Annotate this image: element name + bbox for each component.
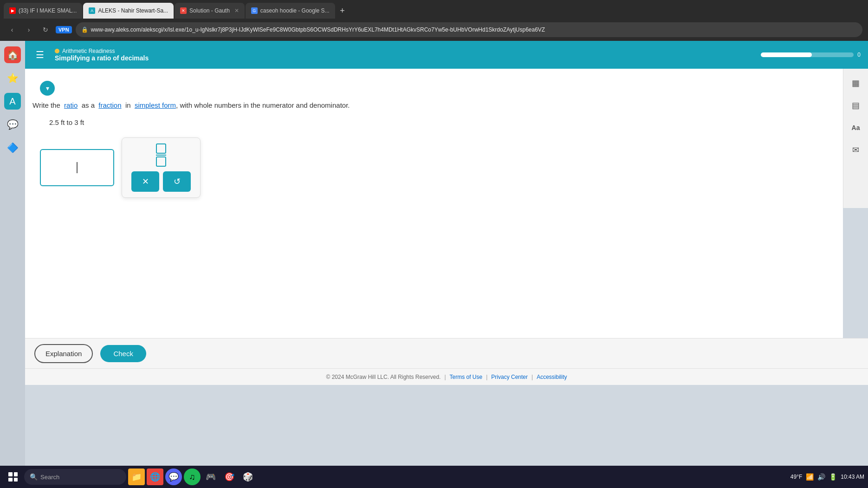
taskbar-search[interactable]: 🔍 Search [24, 469, 126, 485]
text-cursor [77, 162, 78, 173]
header-title-section: Arithmetic Readiness Simplifying a ratio… [55, 48, 149, 62]
dock-star-icon[interactable]: ⭐ [4, 70, 21, 86]
tab-favicon-google: G [251, 7, 258, 14]
taskbar-app-files[interactable]: 📁 [128, 468, 145, 485]
mail-tool-button[interactable]: ✉ [847, 141, 865, 159]
start-grid-icon [8, 472, 18, 481]
tab-label-gauth: Solution - Gauth [189, 7, 230, 14]
collapse-button[interactable]: ▾ [40, 81, 55, 96]
explanation-button[interactable]: Explanation [34, 344, 93, 363]
forward-button[interactable]: › [22, 23, 35, 36]
taskbar-right: 49°F 📶 🔊 🔋 10:43 AM [790, 473, 864, 481]
ratio-link[interactable]: ratio [64, 101, 78, 109]
question-text: Write the ratio as a fraction in simples… [32, 100, 815, 111]
network-icon: 📶 [806, 473, 814, 481]
progress-count: 0 [857, 52, 861, 58]
reset-button[interactable]: ↺ [163, 171, 191, 192]
address-text: www-awy.aleks.com/alekscgi/x/Isl.exe/1o_… [91, 26, 545, 33]
dock-aleks-icon[interactable]: A [4, 93, 21, 110]
header-topic: Simplifying a ratio of decimals [55, 54, 149, 62]
progress-fill [761, 52, 812, 57]
footer-separator-1: | [444, 374, 446, 380]
footer-separator-2: | [486, 374, 487, 380]
search-placeholder: Search [40, 474, 59, 481]
subject-dot [55, 49, 59, 53]
battery-icon: 🔋 [829, 473, 837, 481]
copyright-text: © 2024 McGraw Hill LLC. All Rights Reser… [326, 374, 440, 380]
start-button[interactable] [4, 468, 22, 486]
footer-separator-3: | [531, 374, 533, 380]
taskbar-app-discord[interactable]: 💬 [165, 468, 182, 485]
question-area: ▾ Write the ratio as a fraction in simpl… [25, 69, 843, 338]
tab-close-gauth[interactable]: ✕ [234, 7, 239, 14]
as-fraction-text: as a [82, 101, 95, 109]
progress-bar [761, 52, 854, 57]
dock-messenger-icon[interactable]: 💬 [4, 116, 21, 133]
taskbar-app-spotify[interactable]: ♫ [184, 468, 201, 485]
temp-display: 49°F [790, 474, 802, 480]
back-button[interactable]: ‹ [6, 23, 19, 36]
tab-google[interactable]: G caseoh hoodie - Google S... [246, 3, 335, 19]
accessibility-link[interactable]: Accessibility [537, 374, 567, 380]
dock-app-icon[interactable]: 🔷 [4, 139, 21, 156]
search-icon: 🔍 [30, 473, 38, 481]
page-footer: © 2024 McGraw Hill LLC. All Rights Reser… [25, 368, 868, 385]
aleks-header: ☰ Arithmetic Readiness Simplifying a rat… [25, 41, 868, 69]
subject-label: Arithmetic Readiness [62, 48, 115, 54]
fraction-symbol-button[interactable] [156, 143, 166, 167]
terms-link[interactable]: Terms of Use [450, 374, 483, 380]
fraction-popup: ✕ ↺ [122, 137, 201, 198]
tab-aleks[interactable]: A ALEKS - Nahir Stewart-Sa... [83, 3, 174, 19]
main-wrapper: ☰ Arithmetic Readiness Simplifying a rat… [25, 41, 868, 385]
fraction-denominator-box [156, 156, 166, 167]
fraction-divider [156, 155, 166, 156]
fraction-link[interactable]: fraction [98, 101, 121, 109]
check-button[interactable]: Check [100, 345, 146, 362]
taskbar-app-game2[interactable]: 🎯 [221, 468, 238, 485]
clear-button[interactable]: ✕ [131, 171, 159, 192]
popup-buttons: ✕ ↺ [131, 171, 191, 192]
fraction-input-box[interactable] [40, 149, 114, 186]
tab-favicon-gauth: ✕ [180, 7, 187, 14]
footer-bar: Explanation Check [25, 338, 868, 368]
text-tool-button[interactable]: Aa [847, 119, 865, 137]
browser-chrome: ▶ (33) IF I MAKE SMAL... A ALEKS - Nahir… [0, 0, 868, 41]
taskbar: 🔍 Search 📁 🌐 💬 ♫ 🎮 🎯 🎲 49°F 📶 🔊 🔋 10:43 … [0, 466, 868, 488]
header-subject: Arithmetic Readiness [55, 48, 149, 54]
ratio-value: 2.5 ft to 3 ft [49, 118, 815, 126]
tab-gauth[interactable]: ✕ Solution - Gauth ✕ [175, 3, 245, 19]
privacy-link[interactable]: Privacy Center [491, 374, 528, 380]
tab-label-aleks: ALEKS - Nahir Stewart-Sa... [98, 7, 168, 14]
os-dock: 🏠 ⭐ A 💬 🔷 [0, 41, 25, 488]
taskbar-app-game3[interactable]: 🎲 [240, 468, 256, 485]
taskbar-app-game1[interactable]: 🎮 [202, 468, 219, 485]
tab-favicon-aleks: A [89, 7, 95, 14]
in-text: in [125, 101, 131, 109]
input-container: ✕ ↺ [40, 137, 815, 198]
address-bar-row: ‹ › ↻ VPN 🔒 www-awy.aleks.com/alekscgi/x… [0, 19, 868, 41]
sound-icon: 🔊 [817, 473, 825, 481]
right-tools: ▦ ▤ Aa ✉ [843, 69, 868, 208]
vpn-badge[interactable]: VPN [56, 26, 72, 33]
tab-label-youtube: (33) IF I MAKE SMAL... [19, 7, 77, 14]
new-tab-button[interactable]: + [336, 4, 349, 17]
tab-favicon-youtube: ▶ [9, 7, 16, 14]
rest-text: , with whole numbers in the numerator an… [176, 101, 350, 109]
time-display: 10:43 AM [841, 473, 864, 481]
lock-icon: 🔒 [81, 26, 88, 33]
instruction-text: Write the [32, 101, 60, 109]
time-text: 10:43 AM [841, 473, 864, 481]
simplest-link[interactable]: simplest form [135, 101, 176, 109]
tab-bar: ▶ (33) IF I MAKE SMAL... A ALEKS - Nahir… [0, 0, 868, 19]
calculator-tool-button[interactable]: ▦ [847, 74, 865, 92]
hamburger-button[interactable]: ☰ [32, 47, 47, 62]
dock-home-icon[interactable]: 🏠 [4, 46, 21, 63]
taskbar-app-chrome[interactable]: 🌐 [147, 468, 163, 485]
fraction-numerator-box [156, 143, 166, 154]
address-bar[interactable]: 🔒 www-awy.aleks.com/alekscgi/x/Isl.exe/1… [76, 22, 862, 37]
progress-bar-container: 0 [761, 52, 861, 58]
reload-button[interactable]: ↻ [39, 23, 52, 36]
tab-label-google: caseoh hoodie - Google S... [260, 7, 330, 14]
tab-youtube[interactable]: ▶ (33) IF I MAKE SMAL... [4, 3, 82, 19]
table-tool-button[interactable]: ▤ [847, 97, 865, 114]
